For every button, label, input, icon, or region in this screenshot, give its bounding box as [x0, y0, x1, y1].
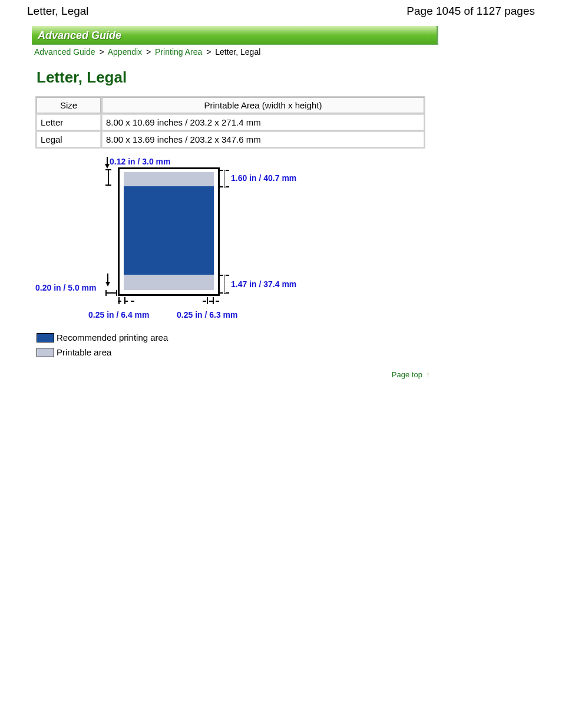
cell-size: Letter	[37, 114, 101, 130]
arrow-down-icon	[104, 272, 112, 289]
bracket-bottom-region	[224, 275, 228, 294]
label-top-region: 1.60 in / 40.7 mm	[231, 173, 296, 183]
legend-label-recommended: Recommended printing area	[57, 332, 168, 342]
cell-area: 8.00 x 10.69 inches / 203.2 x 271.4 mm	[102, 114, 424, 130]
label-left-margin: 0.20 in / 5.0 mm	[35, 283, 97, 292]
breadcrumb-link-advanced-guide[interactable]: Advanced Guide	[34, 47, 95, 57]
page-top-container: Page top ↑	[35, 370, 430, 379]
table-header-row: Size Printable Area (width x height)	[37, 97, 424, 113]
breadcrumb-link-printing-area[interactable]: Printing Area	[155, 47, 202, 57]
svg-marker-6	[105, 282, 110, 286]
label-bottom-left: 0.25 in / 6.4 mm	[88, 310, 150, 319]
cell-area: 8.00 x 13.69 inches / 203.2 x 347.6 mm	[102, 131, 424, 147]
bracket-icon	[105, 288, 118, 299]
bracket-icon	[104, 169, 113, 186]
breadcrumb-current: Letter, Legal	[215, 47, 260, 57]
table-row: Legal 8.00 x 13.69 inches / 203.2 x 347.…	[37, 131, 424, 147]
page-top-link[interactable]: Page top ↑	[392, 370, 430, 379]
page-heading: Letter, Legal	[37, 68, 562, 87]
header-title: Letter, Legal	[27, 5, 89, 18]
breadcrumb-sep: >	[146, 47, 151, 57]
bracket-icon	[117, 296, 134, 309]
arrow-up-icon: ↑	[427, 370, 431, 379]
legend-row-printable: Printable area	[37, 347, 562, 357]
label-bottom-right: 0.25 in / 6.3 mm	[177, 310, 238, 319]
breadcrumb-link-appendix[interactable]: Appendix	[108, 47, 142, 57]
legend: Recommended printing area Printable area	[37, 332, 562, 357]
printable-area-table: Size Printable Area (width x height) Let…	[35, 96, 425, 149]
bracket-icon	[205, 296, 223, 309]
legend-row-recommended: Recommended printing area	[37, 332, 562, 342]
page-top-label: Page top	[392, 370, 422, 379]
header-page-indicator: Page 1045 of 1127 pages	[406, 5, 535, 18]
breadcrumb-sep: >	[99, 47, 104, 57]
swatch-printable	[37, 348, 54, 357]
cell-size: Legal	[37, 131, 101, 147]
svg-marker-1	[105, 164, 110, 169]
legend-label-printable: Printable area	[57, 347, 111, 357]
breadcrumb: Advanced Guide > Appendix > Printing Are…	[34, 47, 562, 57]
label-top-margin: 0.12 in / 3.0 mm	[110, 157, 171, 166]
arrow-down-icon	[104, 156, 111, 170]
recommended-area-rect	[124, 186, 214, 275]
col-area: Printable Area (width x height)	[102, 97, 424, 113]
swatch-recommended	[37, 333, 54, 342]
header-row: Letter, Legal Page 1045 of 1127 pages	[0, 0, 562, 20]
col-size: Size	[37, 97, 101, 113]
table-row: Letter 8.00 x 10.69 inches / 203.2 x 271…	[37, 114, 424, 130]
breadcrumb-sep: >	[206, 47, 211, 57]
margin-diagram: 0.12 in / 3.0 mm 1.60 in / 40.7 mm 1.47 …	[35, 157, 330, 328]
label-bottom-region: 1.47 in / 37.4 mm	[231, 279, 296, 289]
guide-banner: Advanced Guide	[32, 26, 438, 45]
bracket-top-region	[224, 170, 228, 187]
